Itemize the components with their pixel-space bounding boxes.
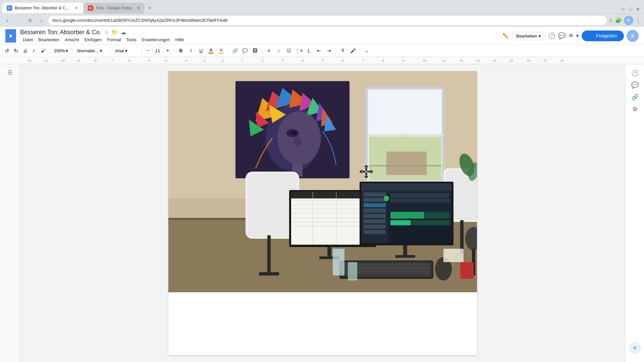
font-size-input[interactable] — [152, 47, 163, 55]
menu-tools[interactable]: Tools — [123, 37, 139, 43]
svg-text:-1: -1 — [221, 59, 224, 62]
svg-text:-5: -5 — [148, 59, 150, 62]
comment-toolbar-button[interactable]: 💬 — [240, 46, 250, 55]
menu-hilfe[interactable]: Hilfe — [173, 37, 187, 43]
comment-button[interactable]: 💬 — [558, 32, 566, 40]
voice-input-button[interactable]: 🎤 — [348, 46, 358, 55]
svg-rect-40 — [369, 165, 441, 167]
chrome-menu-icon[interactable]: ⋮ — [635, 17, 641, 24]
right-panel-comment[interactable]: 💬 — [629, 79, 641, 91]
url-bar[interactable]: docs.google.com/document/d/1aD8O9YcinZCS… — [48, 16, 606, 25]
doc-canvas-area[interactable] — [20, 64, 625, 362]
new-tab-button[interactable]: + — [145, 3, 154, 13]
svg-text:13: 13 — [476, 59, 480, 62]
right-panel-history[interactable]: 🕐 — [629, 67, 641, 79]
folder-icon[interactable]: 📁 — [111, 29, 118, 36]
svg-point-108 — [384, 196, 389, 201]
svg-rect-121 — [460, 262, 474, 279]
align-button[interactable]: ≡ — [264, 46, 273, 55]
more-toolbar-button[interactable]: ⌄ — [362, 46, 371, 55]
svg-text:-3: -3 — [184, 59, 187, 62]
redo-button[interactable]: ↻ — [12, 46, 20, 55]
indent-more-button[interactable]: ⇥ — [324, 46, 334, 55]
svg-text:-6: -6 — [127, 59, 130, 62]
font-size-increase[interactable]: + — [164, 46, 172, 55]
right-panel-link[interactable]: 🔗 — [629, 91, 641, 103]
history-button[interactable]: 🕐 — [548, 32, 555, 40]
forward-button[interactable]: › — [14, 16, 23, 25]
image-button[interactable]: 🖼 — [250, 46, 260, 55]
profile-avatar[interactable]: A — [624, 16, 633, 25]
docs-title[interactable]: Besseren Ton: Absorber & Co. — [20, 29, 101, 36]
svg-text:8: 8 — [382, 59, 384, 62]
docs-title-area: Besseren Ton: Absorber & Co. ☆ 📁 ☁ Datei… — [20, 29, 498, 43]
menu-erweiterungen[interactable]: Erweiterungen — [139, 37, 173, 43]
profile-avatar-large[interactable]: A — [627, 30, 639, 42]
line-spacing-button[interactable]: ↕ — [274, 46, 283, 55]
zoom-dropdown-icon: ▾ — [66, 48, 68, 53]
toolbar-separator-6 — [228, 47, 228, 54]
svg-text:-4: -4 — [164, 59, 167, 62]
svg-rect-88 — [361, 183, 452, 191]
svg-text:-2: -2 — [203, 59, 206, 62]
tab-photos[interactable]: G Foto - Google Fotos ✕ — [84, 3, 144, 13]
bookmark-icon[interactable]: ☆ — [608, 17, 613, 23]
print-button[interactable]: 🖨 — [21, 46, 30, 55]
svg-text:-10: -10 — [60, 59, 65, 62]
menu-einfuegen[interactable]: Einfügen — [82, 37, 104, 43]
close-window-button[interactable]: ✕ — [635, 6, 641, 12]
spell-check-button[interactable]: ✓ — [30, 46, 38, 55]
highlight-button[interactable]: A — [216, 46, 226, 55]
edit-mode-dropdown[interactable]: Bearbeiten ▾ — [512, 32, 545, 40]
back-button[interactable]: ‹ — [3, 16, 12, 25]
docs-app: 📄 Besseren Ton: Absorber & Co. ☆ 📁 ☁ Dat… — [0, 27, 644, 362]
view-mode-button[interactable]: 👁 ▾ — [568, 32, 579, 40]
menu-bearbeiten[interactable]: Bearbeiten — [36, 37, 62, 43]
menu-datei[interactable]: Datei — [20, 37, 36, 43]
share-button[interactable]: 👤 Freigeben — [582, 31, 624, 41]
italic-button[interactable]: I — [186, 46, 196, 55]
right-panel-settings[interactable]: ⚙ — [629, 103, 641, 115]
svg-text:2: 2 — [262, 59, 263, 62]
zoom-control[interactable]: 200% ▾ — [52, 46, 70, 55]
checklist-button[interactable]: ☑ — [284, 46, 293, 55]
outline-icon[interactable]: ☰ — [5, 67, 15, 78]
clear-format-button[interactable]: T — [338, 46, 347, 55]
undo-button[interactable]: ↺ — [3, 46, 11, 55]
svg-text:17: 17 — [543, 59, 547, 62]
toolbar-separator-2 — [72, 47, 72, 54]
tab-photos-close[interactable]: ✕ — [137, 6, 140, 10]
edit-icon[interactable]: ✏️ — [502, 33, 509, 39]
svg-rect-95 — [364, 219, 386, 223]
font-selector[interactable]: Arial ▾ — [112, 46, 139, 55]
svg-text:4: 4 — [302, 59, 304, 62]
bold-button[interactable]: B — [176, 46, 185, 55]
home-button[interactable]: ⌂ — [37, 16, 46, 25]
menu-format[interactable]: Format — [104, 37, 123, 43]
bullet-list-button[interactable]: ⋮≡ — [294, 46, 304, 55]
style-dropdown[interactable]: Normaler... ▾ — [74, 46, 108, 55]
paint-format-button[interactable]: 🖌 — [39, 46, 48, 55]
menu-ansicht[interactable]: Ansicht — [62, 37, 82, 43]
numbered-list-button[interactable]: 1. — [304, 46, 314, 55]
right-panel-add[interactable]: + — [629, 342, 641, 354]
svg-rect-91 — [364, 198, 386, 202]
svg-text:6: 6 — [342, 59, 344, 62]
underline-button[interactable]: U — [196, 46, 206, 55]
svg-rect-110 — [395, 255, 415, 258]
link-button[interactable]: 🔗 — [230, 46, 239, 55]
font-size-decrease[interactable]: − — [144, 46, 152, 55]
maximize-button[interactable]: □ — [628, 6, 633, 12]
docs-header: 📄 Besseren Ton: Absorber & Co. ☆ 📁 ☁ Dat… — [0, 27, 644, 45]
tab-docs[interactable]: D Besseren Ton: Absorber & Co. -... ✕ — [3, 3, 83, 13]
indent-less-button[interactable]: ⇤ — [314, 46, 324, 55]
minimize-button[interactable]: ─ — [620, 6, 626, 12]
docs-header-actions: ✏️ Bearbeiten ▾ 🕐 💬 👁 ▾ 👤 Freigeben A — [502, 30, 639, 42]
font-color-button[interactable]: A — [206, 46, 216, 55]
cloud-icon[interactable]: ☁ — [121, 29, 126, 36]
star-icon[interactable]: ☆ — [104, 29, 109, 36]
extensions-icon[interactable]: 🧩 — [615, 17, 622, 23]
tab-favicon-docs: D — [7, 5, 12, 11]
tab-docs-close[interactable]: ✕ — [74, 5, 79, 11]
refresh-button[interactable]: ↻ — [25, 16, 35, 25]
